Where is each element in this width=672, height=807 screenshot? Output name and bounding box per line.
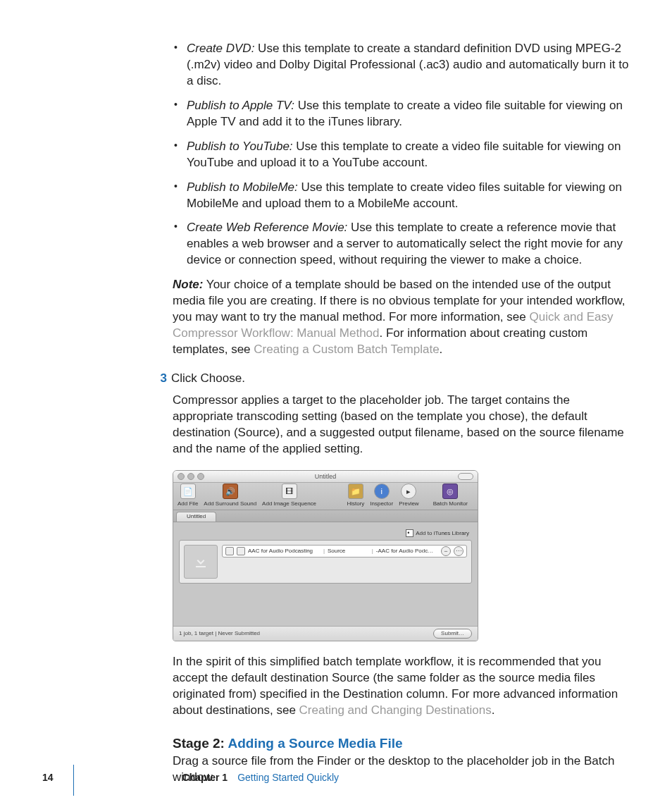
stage-label: Stage 2: bbox=[173, 736, 228, 751]
job-row: AAC for Audio Podcasting | Source | -AAC… bbox=[179, 540, 472, 584]
chapter-label: Chapter 1 bbox=[182, 772, 228, 783]
list-item: Publish to MobileMe: Use this template t… bbox=[173, 180, 630, 212]
window-tabbar: Untitled bbox=[173, 510, 478, 522]
info-icon: i bbox=[374, 483, 390, 499]
step-number: 3 bbox=[151, 371, 167, 387]
note-label: Note: bbox=[173, 278, 203, 291]
stage-2-heading: Stage 2: Adding a Source Media File bbox=[173, 734, 630, 753]
bullet-term: Publish to MobileMe: bbox=[187, 180, 298, 194]
list-item: Publish to Apple TV: Use this template t… bbox=[173, 98, 630, 130]
file-type-icon bbox=[237, 547, 245, 555]
traffic-lights bbox=[178, 473, 204, 480]
bullet-term: Publish to YouTube: bbox=[187, 140, 293, 153]
minimize-icon bbox=[187, 473, 194, 480]
add-surround-button: 🔊Add Surround Sound bbox=[204, 483, 256, 508]
step-text: Click Choose. bbox=[171, 371, 245, 385]
list-item: Publish to YouTube: Use this template to… bbox=[173, 139, 630, 171]
bullet-term: Publish to Apple TV: bbox=[187, 99, 294, 112]
image-seq-icon: 🎞 bbox=[282, 483, 297, 499]
close-icon bbox=[178, 473, 185, 480]
batch-monitor-button: ◎Batch Monitor bbox=[433, 483, 468, 508]
link-destinations[interactable]: Creating and Changing Destinations bbox=[299, 703, 492, 717]
target-row: AAC for Audio Podcasting | Source | -AAC… bbox=[222, 545, 467, 557]
checkbox-icon bbox=[406, 529, 413, 537]
step-description: Compressor applies a target to the place… bbox=[173, 393, 630, 457]
add-image-seq-button: 🎞Add Image Sequence bbox=[262, 483, 316, 508]
page-number: 14 bbox=[42, 772, 54, 783]
note-paragraph: Note: Your choice of a template should b… bbox=[173, 277, 630, 358]
list-item: Create Web Reference Movie: Use this tem… bbox=[173, 220, 630, 269]
download-arrow-icon bbox=[192, 553, 209, 570]
placeholder-thumbnail bbox=[184, 545, 218, 579]
toolbar-label: Add Image Sequence bbox=[262, 500, 316, 508]
footer-divider bbox=[73, 765, 74, 796]
toolbar-label: Inspector bbox=[370, 500, 393, 508]
zoom-icon bbox=[197, 473, 204, 480]
window-body: Add to iTunes Library AAC for Audio Podc… bbox=[173, 522, 478, 626]
job-action-label: Add to iTunes Library bbox=[416, 529, 469, 536]
target-options-icon: ⋯ bbox=[454, 546, 463, 556]
preview-button: ▸Preview bbox=[399, 483, 418, 508]
history-icon: 📁 bbox=[348, 483, 363, 499]
stage-title: Adding a Source Media File bbox=[228, 736, 403, 751]
setting-icon bbox=[225, 547, 234, 555]
note-text-3: . bbox=[440, 343, 443, 356]
window-titlebar: Untitled bbox=[173, 471, 478, 483]
bullet-term: Create Web Reference Movie: bbox=[187, 221, 347, 234]
setting-name: AAC for Audio Podcasting bbox=[248, 548, 321, 555]
window-toolbar: 📄Add File 🔊Add Surround Sound 🎞Add Image… bbox=[173, 483, 478, 510]
inspector-button: iInspector bbox=[370, 483, 393, 508]
toolbar-label: Preview bbox=[399, 500, 418, 508]
toolbar-label: Batch Monitor bbox=[433, 500, 468, 508]
list-item: Create DVD: Use this template to create … bbox=[173, 41, 630, 90]
destination-name: Source bbox=[328, 548, 369, 555]
toolbar-toggle-icon bbox=[458, 473, 473, 480]
template-bullet-list: Create DVD: Use this template to create … bbox=[173, 41, 630, 269]
afterwin-text-2: . bbox=[492, 703, 495, 717]
monitor-icon: ◎ bbox=[442, 483, 458, 499]
tab-untitled: Untitled bbox=[176, 512, 216, 522]
remove-target-icon: − bbox=[441, 546, 451, 556]
link-custom-template[interactable]: Creating a Custom Batch Template bbox=[254, 343, 439, 356]
window-title: Untitled bbox=[315, 473, 337, 480]
step-3: 3Click Choose. bbox=[151, 371, 630, 387]
add-file-button: 📄Add File bbox=[178, 483, 198, 508]
toolbar-label: Add File bbox=[178, 500, 198, 508]
history-button: 📁History bbox=[347, 483, 364, 508]
surround-icon: 🔊 bbox=[223, 483, 238, 499]
chapter-title: Getting Started Quickly bbox=[237, 772, 339, 783]
status-text: 1 job, 1 target | Never Submitted bbox=[179, 630, 260, 638]
toolbar-label: Add Surround Sound bbox=[204, 500, 256, 508]
page-footer: 14 Chapter 1 Getting Started Quickly bbox=[0, 762, 672, 793]
batch-window: Untitled 📄Add File 🔊Add Surround Sound 🎞… bbox=[173, 470, 478, 641]
window-statusbar: 1 job, 1 target | Never Submitted Submit… bbox=[173, 626, 478, 641]
submit-button: Submit… bbox=[433, 629, 472, 639]
job-action-header: Add to iTunes Library bbox=[179, 528, 472, 540]
play-icon: ▸ bbox=[401, 483, 416, 499]
after-window-paragraph: In the spirit of this simplified batch t… bbox=[173, 654, 630, 719]
output-filename: -AAC for Audio Podc… bbox=[376, 548, 438, 555]
bullet-term: Create DVD: bbox=[187, 42, 254, 55]
toolbar-label: History bbox=[347, 500, 364, 508]
file-icon: 📄 bbox=[180, 483, 196, 499]
